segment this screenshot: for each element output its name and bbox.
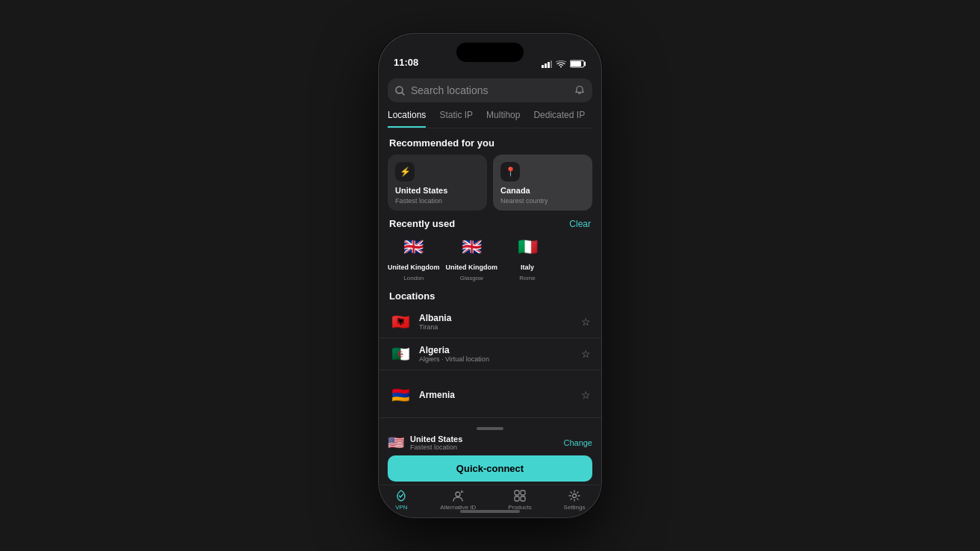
albania-info: Albania Tirana <box>419 313 574 331</box>
connect-location-row: 🇺🇸 United States Fastest location Change <box>388 435 592 451</box>
rec-canada-icon: 📍 <box>500 162 520 181</box>
tab-bar-settings[interactable]: Settings <box>564 489 586 511</box>
dynamic-island <box>456 43 524 62</box>
tab-bar-vpn-label: VPN <box>395 504 407 511</box>
svg-rect-0 <box>542 65 544 68</box>
recent-flag-uk-glasgow: 🇬🇧 <box>458 234 485 261</box>
recent-row: 🇬🇧 United Kingdom London 🇬🇧 United Kingd… <box>388 234 592 281</box>
rec-canada-sub: Nearest country <box>500 197 585 205</box>
location-item-albania[interactable]: 🇦🇱 Albania Tirana ☆ <box>379 306 601 338</box>
svg-rect-11 <box>515 496 519 501</box>
armenia-info: Armenia <box>419 390 574 400</box>
tabs-row: Locations Static IP Multihop Dedicated I… <box>388 110 592 128</box>
settings-icon <box>568 489 581 502</box>
location-item-armenia[interactable]: 🇦🇲 Armenia ☆ <box>379 379 601 411</box>
armenia-favorite-icon[interactable]: ☆ <box>581 389 591 401</box>
recent-flag-uk-london: 🇬🇧 <box>400 234 427 261</box>
tab-bar-vpn[interactable]: VPN <box>394 489 408 511</box>
recent-city-uk-glasgow: Glasgow <box>460 275 483 281</box>
alt-id-icon <box>451 489 465 502</box>
svg-point-8 <box>456 492 460 496</box>
armenia-name: Armenia <box>419 390 574 400</box>
battery-icon <box>570 60 586 68</box>
tab-dedicated-ip[interactable]: Dedicated IP <box>533 110 585 128</box>
recent-name-italy-rome: Italy <box>521 264 534 272</box>
rec-us-name: United States <box>395 186 480 196</box>
svg-line-7 <box>402 93 404 95</box>
connect-sub: Fastest location <box>410 443 557 451</box>
svg-rect-12 <box>521 496 525 501</box>
tab-multihop[interactable]: Multihop <box>486 110 520 128</box>
tab-bar-settings-label: Settings <box>564 504 586 511</box>
wifi-icon <box>556 60 566 68</box>
quick-connect-button[interactable]: Quick-connect <box>388 455 592 482</box>
recommended-row: ⚡ United States Fastest location 📍 Canad… <box>388 155 592 211</box>
products-icon <box>513 489 527 502</box>
phone-shell: 11:08 <box>378 33 602 518</box>
clear-button[interactable]: Clear <box>569 219 591 229</box>
search-icon <box>395 86 405 96</box>
recent-item-uk-glasgow[interactable]: 🇬🇧 United Kingdom Glasgow <box>446 234 498 281</box>
svg-rect-1 <box>545 63 547 68</box>
rec-canada-name: Canada <box>500 186 585 196</box>
armenia-flag: 🇦🇲 <box>389 386 412 404</box>
rec-us-sub: Fastest location <box>395 197 480 205</box>
vpn-icon <box>394 489 408 502</box>
location-item-algeria[interactable]: 🇩🇿 Algeria Algiers · Virtual location ☆ <box>379 338 601 370</box>
algeria-sub: Algiers · Virtual location <box>419 355 574 363</box>
rec-card-canada[interactable]: 📍 Canada Nearest country <box>493 155 592 211</box>
connect-bar: 🇺🇸 United States Fastest location Change… <box>379 417 601 485</box>
albania-favorite-icon[interactable]: ☆ <box>581 316 591 328</box>
connect-info: United States Fastest location <box>410 435 557 451</box>
recent-name-uk-london: United Kingdom <box>388 264 440 272</box>
tab-bar-alt-id[interactable]: Alternative ID <box>440 489 476 511</box>
search-bar[interactable]: Search locations <box>388 78 592 102</box>
svg-rect-5 <box>571 61 581 66</box>
tab-locations[interactable]: Locations <box>388 110 426 128</box>
algeria-name: Algeria <box>419 345 574 355</box>
svg-rect-3 <box>551 60 552 68</box>
signal-icon <box>542 60 552 68</box>
recent-city-uk-london: London <box>403 275 424 281</box>
albania-flag: 🇦🇱 <box>389 313 412 331</box>
bell-icon[interactable] <box>574 85 585 96</box>
tab-bar-products[interactable]: Products <box>508 489 532 511</box>
locations-section-title: Locations <box>389 290 591 302</box>
recent-city-italy-rome: Rome <box>519 275 535 281</box>
scroll-indicator <box>477 427 503 430</box>
svg-rect-10 <box>521 491 525 495</box>
algeria-flag: 🇩🇿 <box>389 345 412 363</box>
recently-used-header: Recently used Clear <box>389 218 591 229</box>
search-placeholder: Search locations <box>411 84 568 96</box>
recent-item-uk-london[interactable]: 🇬🇧 United Kingdom London <box>388 234 440 281</box>
recently-title: Recently used <box>389 218 455 229</box>
screen: 11:08 <box>379 34 601 517</box>
svg-rect-2 <box>548 62 550 68</box>
svg-rect-9 <box>515 491 519 495</box>
home-indicator <box>460 510 520 513</box>
change-button[interactable]: Change <box>563 438 592 447</box>
recent-flag-italy-rome: 🇮🇹 <box>514 234 541 261</box>
content-area: Search locations Locations Static IP Mul… <box>379 72 601 517</box>
recent-name-uk-glasgow: United Kingdom <box>446 264 498 272</box>
svg-point-13 <box>573 494 577 498</box>
status-icons <box>542 60 586 68</box>
recommended-title: Recommended for you <box>389 137 591 149</box>
scene: 11:08 <box>0 0 980 551</box>
rec-card-us[interactable]: ⚡ United States Fastest location <box>388 155 487 211</box>
algeria-info: Algeria Algiers · Virtual location <box>419 345 574 363</box>
algeria-favorite-icon[interactable]: ☆ <box>581 348 591 360</box>
rec-us-icon: ⚡ <box>395 162 415 181</box>
albania-name: Albania <box>419 313 574 323</box>
recent-item-italy-rome[interactable]: 🇮🇹 Italy Rome <box>503 234 551 281</box>
connect-country: United States <box>410 435 557 443</box>
tab-static-ip[interactable]: Static IP <box>439 110 473 128</box>
albania-sub: Tirana <box>419 323 574 331</box>
connect-flag: 🇺🇸 <box>388 435 404 451</box>
